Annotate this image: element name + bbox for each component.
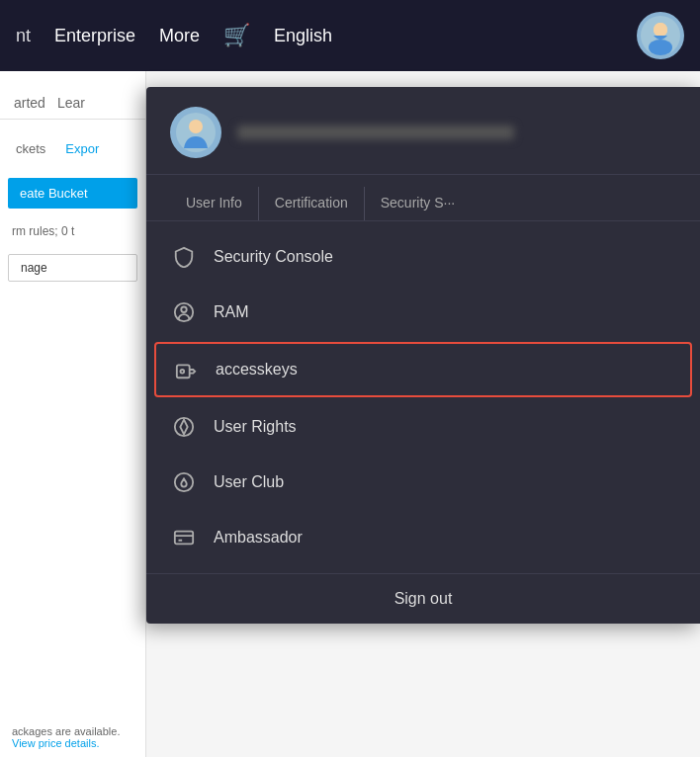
svg-point-7: [181, 307, 187, 313]
user-club-label: User Club: [214, 473, 284, 491]
background-page: arted Lear ckets Expor eate Bucket rm ru…: [0, 71, 146, 757]
shield-icon: [170, 243, 198, 271]
ram-label: RAM: [214, 303, 249, 321]
sign-out-section: Sign out: [146, 573, 700, 624]
user-rights-label: User Rights: [214, 418, 297, 436]
bg-footer-link[interactable]: View price details.: [12, 737, 99, 749]
svg-point-2: [649, 40, 672, 55]
user-avatar: [170, 107, 221, 158]
bg-manage-btn[interactable]: nage: [8, 254, 137, 282]
menu-item-ram[interactable]: RAM: [146, 285, 700, 340]
top-nav: nt Enterprise More 🛒 English: [0, 0, 700, 71]
svg-rect-13: [175, 532, 193, 545]
diamond-icon: [170, 413, 198, 441]
security-console-label: Security Console: [214, 248, 333, 266]
svg-point-3: [654, 23, 667, 37]
bg-export-link[interactable]: Expor: [57, 139, 107, 158]
user-dropdown-panel: User Info Certification Security S··· Se…: [146, 87, 700, 624]
user-name-blurred: [237, 126, 514, 139]
menu-item-user-club[interactable]: User Club: [146, 455, 700, 510]
menu-item-ambassador[interactable]: Ambassador: [146, 510, 700, 565]
nav-more[interactable]: More: [159, 26, 200, 46]
user-info: [237, 126, 676, 139]
nav-avatar[interactable]: [637, 12, 684, 59]
nav-english[interactable]: English: [274, 26, 332, 46]
ambassador-label: Ambassador: [214, 529, 303, 547]
menu-item-security-console[interactable]: Security Console: [146, 229, 700, 285]
accesskeys-label: accesskeys: [216, 361, 298, 378]
sub-nav-certification[interactable]: Certification: [259, 187, 365, 220]
menu-item-accesskeys[interactable]: accesskeys: [154, 342, 692, 397]
bg-buckets-label: ckets: [4, 133, 57, 164]
bg-footer-text: ackages are available.: [12, 725, 120, 737]
nav-cart-icon[interactable]: 🛒: [223, 23, 250, 48]
bg-rule-text: rm rules; 0 t: [0, 216, 145, 246]
user-avatar-image: [176, 113, 216, 152]
nav-enterprise[interactable]: Enterprise: [54, 26, 135, 46]
sub-nav-user-info[interactable]: User Info: [170, 187, 259, 220]
bg-footer: ackages are available. View price detail…: [0, 717, 145, 757]
bg-tabs: arted Lear: [0, 71, 145, 120]
sub-nav: User Info Certification Security S···: [146, 175, 700, 221]
svg-point-5: [189, 120, 203, 133]
card-icon: [170, 524, 198, 551]
bg-tab-started: arted: [8, 87, 51, 119]
bg-create-bucket-btn[interactable]: eate Bucket: [8, 178, 137, 209]
menu-item-user-rights[interactable]: User Rights: [146, 399, 700, 455]
flame-icon: [170, 468, 198, 496]
menu-list: Security Console RAM: [146, 221, 700, 573]
bg-tab-learn: Lear: [51, 87, 91, 119]
person-circle-icon: [170, 298, 198, 326]
avatar-image: [641, 16, 680, 55]
sign-out-button[interactable]: Sign out: [170, 590, 676, 608]
key-icon: [172, 356, 200, 383]
sub-nav-security[interactable]: Security S···: [365, 187, 471, 220]
nav-nt[interactable]: nt: [16, 26, 31, 46]
svg-point-9: [181, 370, 185, 374]
user-header: [146, 87, 700, 175]
